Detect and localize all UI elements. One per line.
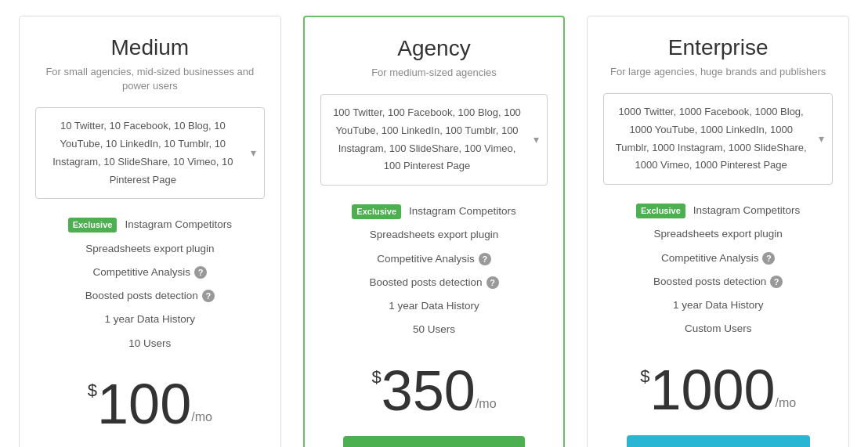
info-icon[interactable]: ? xyxy=(202,290,215,302)
plan-title-agency: Agency xyxy=(397,36,470,61)
plan-features-text-agency: 100 Twitter, 100 Facebook, 100 Blog, 100… xyxy=(331,104,538,175)
plans-container: MediumFor small agencies, mid-sized busi… xyxy=(0,0,868,447)
price-amount-enterprise: 1000 xyxy=(649,362,775,418)
plan-subtitle-agency: For medium-sized agencies xyxy=(371,66,497,80)
price-period-enterprise: /mo xyxy=(776,396,797,410)
plan-list-medium: ExclusiveInstagram CompetitorsSpreadshee… xyxy=(35,213,265,355)
exclusive-badge: Exclusive xyxy=(352,204,401,219)
list-item: Competitive Analysis ? xyxy=(35,261,265,284)
plan-list-enterprise: ExclusiveInstagram CompetitorsSpreadshee… xyxy=(603,199,833,341)
plan-list-agency: ExclusiveInstagram CompetitorsSpreadshee… xyxy=(320,200,548,342)
plan-features-box-medium[interactable]: 10 Twitter, 10 Facebook, 10 Blog, 10 You… xyxy=(35,107,265,199)
list-item: 10 Users xyxy=(35,332,265,355)
plan-card-medium: MediumFor small agencies, mid-sized busi… xyxy=(19,16,281,447)
list-item: 1 year Data History xyxy=(603,294,833,317)
price-amount-medium: 100 xyxy=(97,376,191,432)
price-period-medium: /mo xyxy=(191,410,212,424)
plan-card-enterprise: EnterpriseFor large agencies, huge brand… xyxy=(587,16,849,447)
plan-subtitle-enterprise: For large agencies, huge brands and publ… xyxy=(610,65,826,79)
list-item: Boosted posts detection ? xyxy=(603,270,833,294)
info-icon[interactable]: ? xyxy=(194,266,207,279)
exclusive-badge: Exclusive xyxy=(636,204,685,218)
list-item: Competitive Analysis ? xyxy=(320,247,548,271)
list-item: Boosted posts detection ? xyxy=(320,271,548,294)
list-item: ExclusiveInstagram Competitors xyxy=(603,199,833,222)
chevron-down-icon-enterprise[interactable]: ▾ xyxy=(819,130,824,149)
plan-features-text-medium: 10 Twitter, 10 Facebook, 10 Blog, 10 You… xyxy=(45,117,255,189)
info-icon[interactable]: ? xyxy=(770,276,783,288)
list-item: ExclusiveInstagram Competitors xyxy=(35,213,265,236)
plan-card-agency: AgencyFor medium-sized agencies100 Twitt… xyxy=(303,16,566,447)
info-icon[interactable]: ? xyxy=(762,252,775,265)
list-item: Spreadsheets export plugin xyxy=(320,223,548,247)
list-item: Spreadsheets export plugin xyxy=(603,222,833,246)
info-icon[interactable]: ? xyxy=(486,276,499,289)
exclusive-badge: Exclusive xyxy=(68,218,118,233)
plan-price-agency: $350/mo xyxy=(371,362,496,419)
plan-features-box-agency[interactable]: 100 Twitter, 100 Facebook, 100 Blog, 100… xyxy=(320,94,548,186)
list-item: Competitive Analysis ? xyxy=(603,247,833,270)
plan-subtitle-medium: For small agencies, mid-sized businesses… xyxy=(35,65,265,93)
price-period-agency: /mo xyxy=(476,397,497,411)
chevron-down-icon-agency[interactable]: ▾ xyxy=(533,131,539,150)
choose-plan-button-enterprise[interactable]: Choose Plan xyxy=(627,435,810,447)
chevron-down-icon-medium[interactable]: ▾ xyxy=(251,144,256,163)
plan-features-box-enterprise[interactable]: 1000 Twitter, 1000 Facebook, 1000 Blog, … xyxy=(603,93,833,185)
list-item: 1 year Data History xyxy=(320,294,548,318)
price-dollar-medium: $ xyxy=(88,380,97,401)
list-item: Custom Users xyxy=(603,317,833,341)
plan-title-medium: Medium xyxy=(111,35,190,60)
price-dollar-agency: $ xyxy=(371,367,381,388)
list-item: ExclusiveInstagram Competitors xyxy=(320,200,548,223)
list-item: Spreadsheets export plugin xyxy=(35,237,265,261)
plan-title-enterprise: Enterprise xyxy=(668,35,769,60)
choose-plan-button-agency[interactable]: Choose Plan xyxy=(343,436,526,447)
plan-features-text-enterprise: 1000 Twitter, 1000 Facebook, 1000 Blog, … xyxy=(613,103,823,175)
plan-price-medium: $100/mo xyxy=(88,376,212,432)
price-amount-agency: 350 xyxy=(382,362,476,419)
info-icon[interactable]: ? xyxy=(479,253,491,265)
list-item: 50 Users xyxy=(320,318,548,341)
list-item: Boosted posts detection ? xyxy=(35,284,265,308)
price-dollar-enterprise: $ xyxy=(640,366,649,387)
plan-price-enterprise: $1000/mo xyxy=(640,362,796,418)
list-item: 1 year Data History xyxy=(35,308,265,331)
